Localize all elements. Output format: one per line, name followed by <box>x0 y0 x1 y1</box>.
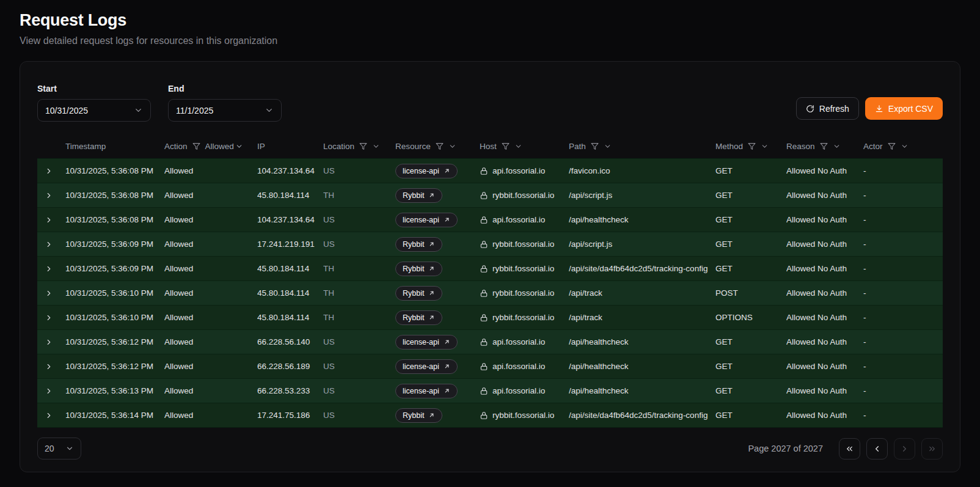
table-row[interactable]: 10/31/2025, 5:36:09 PM Allowed 17.241.21… <box>37 232 943 257</box>
resource-badge[interactable]: Rybbit <box>395 408 442 423</box>
cell-ip: 45.80.184.114 <box>257 288 323 298</box>
cell-action: Allowed <box>164 166 257 175</box>
cell-resource: license-api <box>395 384 480 398</box>
funnel-icon[interactable] <box>359 142 367 150</box>
funnel-icon[interactable] <box>502 142 510 150</box>
lock-icon <box>480 338 488 346</box>
chevron-down-icon[interactable] <box>514 142 522 150</box>
chevron-down-icon[interactable] <box>448 142 456 150</box>
previous-page-button[interactable] <box>866 438 888 460</box>
table-row[interactable]: 10/31/2025, 5:36:10 PM Allowed 45.80.184… <box>37 306 943 330</box>
cell-reason: Allowed No Auth <box>786 386 863 395</box>
expand-row-button[interactable] <box>43 312 54 323</box>
chevron-right-icon <box>45 240 53 249</box>
expand-row-button[interactable] <box>43 239 54 250</box>
export-csv-button[interactable]: Export CSV <box>865 97 943 120</box>
expand-row-button[interactable] <box>43 288 54 299</box>
arrow-up-right-icon <box>428 265 435 272</box>
table-row[interactable]: 10/31/2025, 5:36:08 PM Allowed 104.237.1… <box>37 159 943 183</box>
end-date-value: 11/1/2025 <box>176 106 213 115</box>
chevron-down-icon[interactable] <box>372 142 380 150</box>
expand-row-button[interactable] <box>43 361 54 372</box>
row-expander-cell <box>37 337 65 348</box>
chevron-down-icon <box>235 142 243 150</box>
table-row[interactable]: 10/31/2025, 5:36:08 PM Allowed 45.80.184… <box>37 183 943 208</box>
resource-name: license-api <box>403 167 439 175</box>
funnel-icon[interactable] <box>192 142 200 150</box>
chevron-down-icon[interactable] <box>761 142 769 150</box>
header-actor: Actor <box>863 142 943 151</box>
table-body: 10/31/2025, 5:36:08 PM Allowed 104.237.1… <box>37 158 943 428</box>
action-filter-value[interactable]: Allowed <box>205 142 243 151</box>
resource-badge[interactable]: license-api <box>395 335 458 350</box>
cell-host: rybbit.fossorial.io <box>480 240 569 249</box>
cell-action: Allowed <box>164 215 257 224</box>
funnel-icon[interactable] <box>591 142 599 150</box>
table-row[interactable]: 10/31/2025, 5:36:12 PM Allowed 66.228.56… <box>37 330 943 354</box>
cell-method: GET <box>715 191 786 200</box>
page-size-select[interactable]: 20 <box>37 438 81 460</box>
table-row[interactable]: 10/31/2025, 5:36:14 PM Allowed 17.241.75… <box>37 403 943 428</box>
table-header: Timestamp Action Allowed IP <box>37 134 943 158</box>
table-row[interactable]: 10/31/2025, 5:36:09 PM Allowed 45.80.184… <box>37 257 943 281</box>
logs-card: Start 10/31/2025 End 11/1/2025 <box>20 61 960 472</box>
end-date-select[interactable]: 11/1/2025 <box>168 99 282 122</box>
funnel-icon[interactable] <box>888 142 896 150</box>
resource-badge[interactable]: license-api <box>395 384 458 398</box>
expand-row-button[interactable] <box>43 166 54 177</box>
table-row[interactable]: 10/31/2025, 5:36:13 PM Allowed 66.228.53… <box>37 379 943 403</box>
funnel-icon[interactable] <box>820 142 828 150</box>
expand-row-button[interactable] <box>43 190 54 201</box>
resource-badge[interactable]: Rybbit <box>395 262 442 276</box>
last-page-button[interactable] <box>921 438 943 460</box>
resource-badge[interactable]: Rybbit <box>395 188 442 203</box>
cell-action: Allowed <box>164 337 257 346</box>
cell-host: rybbit.fossorial.io <box>480 313 569 322</box>
table-row[interactable]: 10/31/2025, 5:36:08 PM Allowed 104.237.1… <box>37 208 943 232</box>
header-action: Action Allowed <box>164 142 257 151</box>
cell-resource: Rybbit <box>395 188 480 203</box>
resource-badge[interactable]: license-api <box>395 164 458 178</box>
cell-timestamp: 10/31/2025, 5:36:12 PM <box>65 362 164 371</box>
host-name: rybbit.fossorial.io <box>492 288 554 298</box>
cell-resource: Rybbit <box>395 310 480 325</box>
resource-name: license-api <box>403 387 439 395</box>
cell-ip: 45.80.184.114 <box>257 313 323 322</box>
cell-path: /favicon.ico <box>569 166 715 175</box>
resource-name: Rybbit <box>403 289 424 298</box>
request-logs-page: Request Logs View detailed request logs … <box>0 0 980 487</box>
next-page-button[interactable] <box>894 438 915 460</box>
resource-badge[interactable]: Rybbit <box>395 237 442 252</box>
resource-badge[interactable]: license-api <box>395 359 458 374</box>
host-name: rybbit.fossorial.io <box>492 313 554 322</box>
resource-badge[interactable]: Rybbit <box>395 286 442 301</box>
header-method-label: Method <box>715 142 743 151</box>
expand-row-button[interactable] <box>43 337 54 348</box>
expand-row-button[interactable] <box>43 386 54 397</box>
chevron-down-icon[interactable] <box>833 142 841 150</box>
host-name: api.fossorial.io <box>492 362 545 371</box>
chevron-down-icon[interactable] <box>604 142 612 150</box>
cell-timestamp: 10/31/2025, 5:36:14 PM <box>65 411 164 420</box>
row-expander-cell <box>37 263 65 274</box>
table-row[interactable]: 10/31/2025, 5:36:10 PM Allowed 45.80.184… <box>37 281 943 306</box>
resource-badge[interactable]: license-api <box>395 213 458 227</box>
cell-actor: - <box>863 313 943 322</box>
funnel-icon[interactable] <box>436 142 444 150</box>
resource-badge[interactable]: Rybbit <box>395 310 442 325</box>
expand-row-button[interactable] <box>43 410 54 421</box>
arrow-up-right-icon <box>428 412 435 419</box>
cell-path: /api/healthcheck <box>569 337 715 346</box>
first-page-button[interactable] <box>839 438 860 460</box>
chevron-down-icon[interactable] <box>901 142 909 150</box>
header-timestamp: Timestamp <box>65 142 164 151</box>
chevron-left-icon <box>872 444 882 453</box>
cell-action: Allowed <box>164 240 257 249</box>
start-date-select[interactable]: 10/31/2025 <box>37 99 151 122</box>
refresh-button[interactable]: Refresh <box>796 97 859 120</box>
lock-icon <box>480 313 488 322</box>
funnel-icon[interactable] <box>748 142 756 150</box>
expand-row-button[interactable] <box>43 214 54 225</box>
table-row[interactable]: 10/31/2025, 5:36:12 PM Allowed 66.228.56… <box>37 354 943 379</box>
expand-row-button[interactable] <box>43 263 54 274</box>
